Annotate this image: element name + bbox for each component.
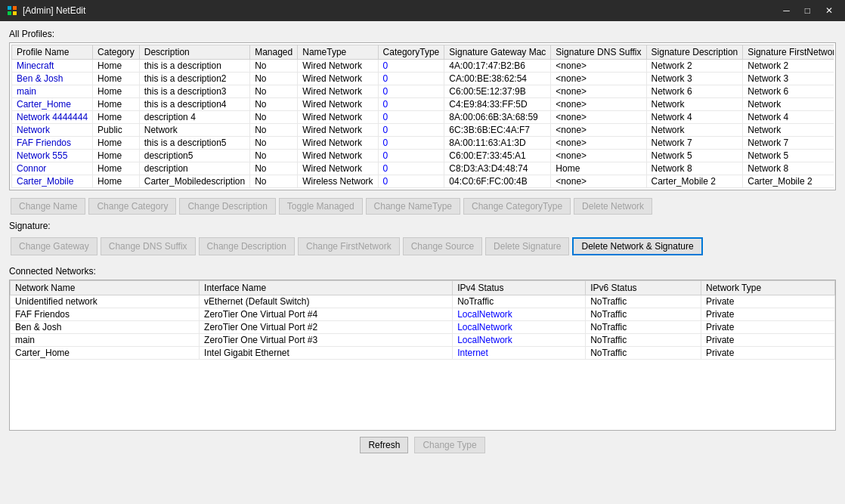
profiles-col-header: Signature FirstNetwork xyxy=(743,45,834,60)
profile-buttons-row: Change NameChange CategoryChange Descrip… xyxy=(9,195,836,218)
change-type-button[interactable]: Change Type xyxy=(414,437,484,453)
table-cell: <none> xyxy=(551,175,646,188)
table-cell: <none> xyxy=(551,150,646,162)
profiles-table-container[interactable]: Profile NameCategoryDescriptionManagedNa… xyxy=(11,45,834,188)
table-cell: Home xyxy=(93,150,140,162)
table-row[interactable]: Carter_HomeIntel Gigabit EthernetInterne… xyxy=(11,347,835,360)
table-cell: Home xyxy=(93,111,140,124)
table-cell: No xyxy=(250,150,298,162)
profiles-tbody: MinecraftHomethis is a descriptionNoWire… xyxy=(12,60,834,188)
table-cell: vEthernet (Default Switch) xyxy=(200,295,453,308)
table-cell: Network 4 xyxy=(646,111,743,124)
close-button[interactable]: ✕ xyxy=(819,5,839,17)
table-cell: Carter_Mobile 2 xyxy=(646,175,743,188)
table-cell: 0 xyxy=(378,73,444,85)
minimize-button[interactable]: ─ xyxy=(777,5,796,17)
table-cell: NoTraffic xyxy=(453,295,586,308)
profiles-col-header: NameType xyxy=(298,45,378,60)
change-firstnetwork-sig-button[interactable]: Change FirstNetwork xyxy=(298,237,400,255)
table-row[interactable]: ConnorHomedescriptionNoWired Network0C8:… xyxy=(12,162,834,175)
table-cell: Network 7 xyxy=(743,137,834,150)
table-cell: Private xyxy=(701,334,834,347)
profiles-col-header: Description xyxy=(139,45,249,60)
table-cell: <none> xyxy=(551,85,646,98)
bottom-bar: Refresh Change Type xyxy=(6,432,839,456)
connected-table-container[interactable]: Network NameInterface NameIPv4 StatusIPv… xyxy=(9,280,836,431)
table-cell: ZeroTier One Virtual Port #3 xyxy=(200,334,453,347)
change-name-button[interactable]: Change Name xyxy=(11,198,85,215)
change-dns-suffix-sig-button[interactable]: Change DNS Suffix xyxy=(101,237,196,255)
table-cell: Carter_Home xyxy=(12,98,93,111)
table-cell: Network 8 xyxy=(646,162,743,175)
table-cell: Home xyxy=(93,175,140,188)
table-cell: Wired Network xyxy=(298,60,378,73)
change-category-button[interactable]: Change Category xyxy=(88,198,176,215)
table-row[interactable]: FAF FriendosZeroTier One Virtual Port #4… xyxy=(11,308,835,321)
profiles-header-row: Profile NameCategoryDescriptionManagedNa… xyxy=(12,45,834,60)
svg-rect-2 xyxy=(8,11,11,15)
refresh-button[interactable]: Refresh xyxy=(360,437,408,453)
table-row[interactable]: Unidentified networkvEthernet (Default S… xyxy=(11,295,835,308)
table-cell: this is a description2 xyxy=(139,73,249,85)
table-cell: 04:C0:6F:FC:00:4B xyxy=(444,175,551,188)
change-description-sig-button[interactable]: Change Description xyxy=(199,237,295,255)
change-description-button[interactable]: Change Description xyxy=(179,198,275,215)
table-row[interactable]: Ben & JoshZeroTier One Virtual Port #2Lo… xyxy=(11,321,835,334)
table-cell: 0 xyxy=(378,175,444,188)
table-cell: Network 4444444 xyxy=(12,111,93,124)
table-cell: NoTraffic xyxy=(586,334,701,347)
table-row[interactable]: Network 4444444Homedescription 4NoWired … xyxy=(12,111,834,124)
table-cell: Network 8 xyxy=(743,162,834,175)
delete-signature-sig-button[interactable]: Delete Signature xyxy=(485,237,569,255)
table-cell: Network 4 xyxy=(743,111,834,124)
table-row[interactable]: mainZeroTier One Virtual Port #3LocalNet… xyxy=(11,334,835,347)
table-cell: Wired Network xyxy=(298,73,378,85)
table-cell: Wired Network xyxy=(298,111,378,124)
table-cell: Home xyxy=(93,137,140,150)
table-row[interactable]: MinecraftHomethis is a descriptionNoWire… xyxy=(12,60,834,73)
table-row[interactable]: FAF FriendosHomethis is a description5No… xyxy=(12,137,834,150)
table-row[interactable]: Carter_MobileHomeCarter_Mobiledescriptio… xyxy=(12,175,834,188)
table-cell: description xyxy=(139,162,249,175)
table-cell: No xyxy=(250,73,298,85)
change-source-sig-button[interactable]: Change Source xyxy=(403,237,482,255)
table-cell: description 4 xyxy=(139,111,249,124)
table-row[interactable]: Carter_HomeHomethis is a description4NoW… xyxy=(12,98,834,111)
change-gateway-sig-button[interactable]: Change Gateway xyxy=(11,237,98,255)
connected-col-header: IPv6 Status xyxy=(586,281,701,295)
table-row[interactable]: Network 555Homedescription5NoWired Netwo… xyxy=(12,150,834,162)
table-cell: this is a description5 xyxy=(139,137,249,150)
table-cell: Ben & Josh xyxy=(11,321,200,334)
table-cell: 0 xyxy=(378,98,444,111)
all-profiles-label: All Profiles: xyxy=(9,29,836,39)
table-cell: LocalNetwork xyxy=(453,321,586,334)
table-cell: ZeroTier One Virtual Port #2 xyxy=(200,321,453,334)
maximize-button[interactable]: □ xyxy=(799,5,816,17)
table-cell: Internet xyxy=(453,347,586,360)
table-row[interactable]: mainHomethis is a description3NoWired Ne… xyxy=(12,85,834,98)
connected-col-header: Network Type xyxy=(701,281,834,295)
delete-network-button[interactable]: Delete Network xyxy=(574,198,652,215)
change-categorytype-button[interactable]: Change CategoryType xyxy=(463,198,571,215)
table-row[interactable]: Ben & JoshHomethis is a description2NoWi… xyxy=(12,73,834,85)
delete-network-&-signature-sig-button[interactable]: Delete Network & Signature xyxy=(572,237,702,255)
table-cell: Network 2 xyxy=(743,60,834,73)
table-cell: 0 xyxy=(378,60,444,73)
change-nametype-button[interactable]: Change NameType xyxy=(366,198,460,215)
table-cell: C4:E9:84:33:FF:5D xyxy=(444,98,551,111)
table-cell: Wired Network xyxy=(298,85,378,98)
connected-col-header: Interface Name xyxy=(200,281,453,295)
window-title: [Admin] NetEdit xyxy=(23,5,85,16)
table-cell: <none> xyxy=(551,137,646,150)
toggle-managed-button[interactable]: Toggle Managed xyxy=(279,198,363,215)
app-icon xyxy=(6,5,18,17)
connected-tbody: Unidentified networkvEthernet (Default S… xyxy=(11,295,835,360)
table-cell: <none> xyxy=(551,73,646,85)
table-cell: Ben & Josh xyxy=(12,73,93,85)
table-cell: No xyxy=(250,162,298,175)
table-cell: Network 6 xyxy=(646,85,743,98)
table-cell: C6:00:E7:33:45:A1 xyxy=(444,150,551,162)
connected-networks-label: Connected Networks: xyxy=(9,266,836,277)
table-row[interactable]: NetworkPublicNetworkNoWired Network06C:3… xyxy=(12,124,834,137)
table-cell: No xyxy=(250,111,298,124)
